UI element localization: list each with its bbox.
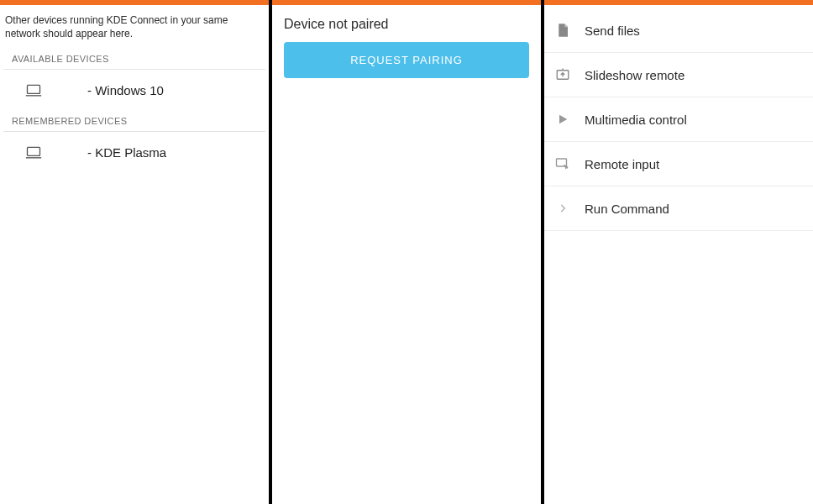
feature-remote-input[interactable]: Remote input <box>544 142 813 186</box>
feature-slideshow-remote[interactable]: Slideshow remote <box>544 53 813 97</box>
file-icon <box>554 22 571 39</box>
device-item-kde[interactable]: - KDE Plasma <box>0 135 269 170</box>
feature-run-command[interactable]: Run Command <box>544 186 813 231</box>
feature-label: Send files <box>585 24 640 38</box>
laptop-icon <box>25 146 42 160</box>
pairing-panel: Device not paired REQUEST PAIRING <box>272 0 541 504</box>
request-pairing-button[interactable]: REQUEST PAIRING <box>284 42 529 78</box>
available-devices-header: AVAILABLE DEVICES <box>3 45 265 70</box>
feature-label: Run Command <box>585 202 669 216</box>
remembered-devices-header: REMEMBERED DEVICES <box>3 108 265 132</box>
device-label: - Windows 10 <box>87 83 164 97</box>
devices-panel: Other devices running KDE Connect in you… <box>0 0 269 504</box>
feature-list: Send files Slideshow remote Multimedia c… <box>544 5 813 231</box>
network-hint: Other devices running KDE Connect in you… <box>0 5 252 45</box>
slideshow-icon <box>554 66 571 83</box>
pairing-status: Device not paired <box>284 17 529 32</box>
device-item-windows[interactable]: - Windows 10 <box>0 73 269 108</box>
feature-multimedia-control[interactable]: Multimedia control <box>544 97 813 142</box>
svg-rect-0 <box>28 85 40 93</box>
svg-rect-1 <box>28 147 40 155</box>
device-label: - KDE Plasma <box>87 145 166 160</box>
feature-label: Remote input <box>585 157 659 171</box>
play-icon <box>554 111 571 128</box>
chevron-right-icon <box>554 200 571 217</box>
feature-send-files[interactable]: Send files <box>544 12 813 53</box>
feature-label: Multimedia control <box>585 113 687 127</box>
features-panel: Send files Slideshow remote Multimedia c… <box>544 0 813 504</box>
laptop-icon <box>25 84 42 97</box>
feature-label: Slideshow remote <box>585 68 684 82</box>
remote-input-icon <box>554 155 571 172</box>
